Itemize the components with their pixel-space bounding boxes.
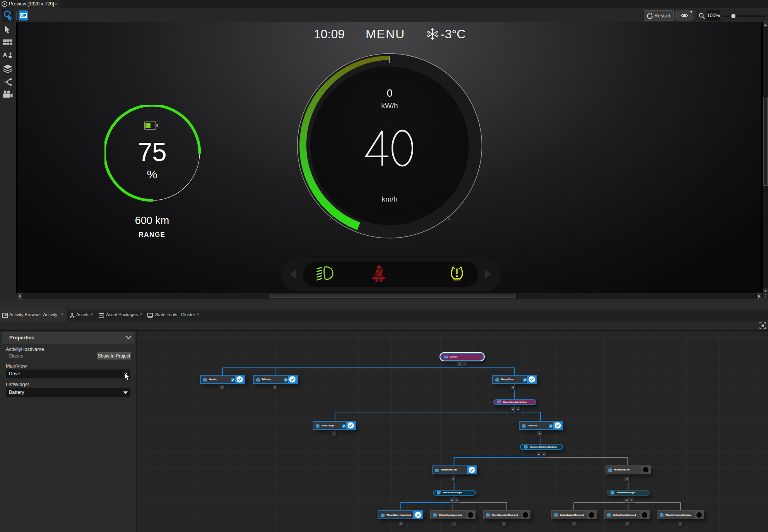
svg-text:600 km: 600 km: [135, 215, 169, 226]
svg-text:km/h: km/h: [381, 195, 397, 203]
svg-text:A: A: [3, 52, 7, 58]
svg-text:kW/h: kW/h: [381, 101, 398, 109]
svg-text:RANGE: RANGE: [139, 231, 166, 238]
svg-text:%: %: [147, 168, 157, 181]
svg-text:0: 0: [387, 87, 392, 99]
svg-text:75: 75: [138, 137, 166, 166]
